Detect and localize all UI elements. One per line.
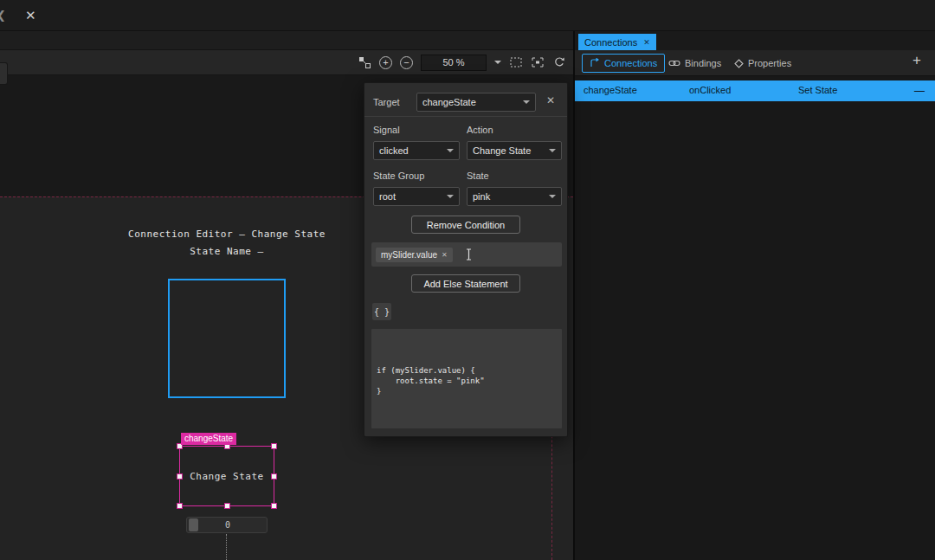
back-chevron-icon[interactable]: ❮ bbox=[0, 9, 6, 22]
tab-close-icon[interactable]: ✕ bbox=[643, 38, 650, 47]
selection-handle[interactable] bbox=[271, 473, 277, 480]
target-dropdown-value: changeState bbox=[422, 97, 476, 107]
signal-label: Signal bbox=[373, 125, 400, 135]
state-dropdown[interactable]: pink bbox=[467, 187, 562, 206]
zoom-in-icon[interactable]: + bbox=[379, 56, 392, 69]
reset-view-icon[interactable] bbox=[552, 55, 566, 69]
action-dropdown[interactable]: Change State bbox=[467, 141, 562, 160]
signal-dropdown-value: clicked bbox=[379, 145, 409, 156]
zoom-dropdown-chevron-icon[interactable] bbox=[494, 61, 501, 64]
code-line: } bbox=[377, 386, 562, 396]
action-dropdown-value: Change State bbox=[473, 145, 531, 156]
row-action-cell[interactable]: Set State bbox=[798, 85, 837, 95]
connection-row-selected[interactable]: changeState onClicked Set State — bbox=[575, 80, 935, 101]
connection-arrow-icon bbox=[590, 58, 600, 68]
slider-value: 0 bbox=[187, 520, 268, 530]
row-target-cell[interactable]: changeState bbox=[584, 85, 637, 95]
selection-label-tag: changeState bbox=[181, 433, 236, 445]
selection-handle[interactable] bbox=[177, 473, 183, 480]
canvas-heading-text: Connection Editor — Change State bbox=[97, 229, 357, 240]
panel-tab-strip: Connections ✕ bbox=[575, 31, 935, 50]
bindings-view-button[interactable]: Bindings bbox=[661, 54, 728, 73]
docked-panel-tab[interactable] bbox=[0, 62, 8, 85]
connection-editor-dialog: Target changeState ✕ Signal Action click… bbox=[364, 82, 568, 437]
tab-label: Connections bbox=[584, 37, 637, 48]
connections-button-label: Connections bbox=[604, 58, 657, 68]
link-icon bbox=[668, 59, 680, 68]
remove-condition-button[interactable]: Remove Condition bbox=[411, 216, 520, 234]
code-line: root.state = "pink" bbox=[377, 376, 562, 386]
anchor-connector-line bbox=[226, 534, 227, 560]
selection-handle[interactable] bbox=[271, 503, 277, 509]
condition-input-field[interactable]: mySlider.value ✕ bbox=[371, 242, 562, 267]
action-label: Action bbox=[467, 125, 493, 135]
fit-to-screen-icon[interactable] bbox=[509, 55, 523, 69]
selection-handle[interactable] bbox=[271, 443, 277, 449]
connections-panel: Connections ✕ Connections Bindings Prope… bbox=[573, 31, 935, 560]
condition-chip[interactable]: mySlider.value ✕ bbox=[376, 248, 453, 262]
selection-handle[interactable] bbox=[224, 503, 230, 509]
change-state-button-component[interactable]: Change State bbox=[179, 446, 274, 506]
dialog-close-icon[interactable]: ✕ bbox=[546, 94, 555, 106]
chevron-down-icon bbox=[549, 149, 556, 152]
dialog-divider bbox=[364, 116, 567, 117]
target-dropdown[interactable]: changeState bbox=[416, 93, 536, 112]
canvas-toolbar: + − 50 % bbox=[0, 49, 573, 75]
canvas-subheading-text: State Name — bbox=[97, 246, 357, 257]
chip-close-icon[interactable]: ✕ bbox=[442, 251, 448, 259]
state-label: State bbox=[467, 171, 489, 181]
slider-component[interactable]: 0 bbox=[186, 517, 268, 533]
chevron-down-icon bbox=[447, 195, 454, 198]
row-remove-icon[interactable]: — bbox=[914, 85, 925, 97]
chevron-down-icon bbox=[447, 149, 454, 152]
diamond-icon bbox=[734, 59, 744, 68]
top-bar: ❮ ✕ bbox=[0, 0, 935, 31]
state-preview-rectangle[interactable] bbox=[168, 279, 286, 398]
add-else-statement-button[interactable]: Add Else Statement bbox=[411, 274, 520, 293]
panel-toolbar: Connections Bindings Properties + bbox=[575, 50, 935, 76]
text-cursor-icon bbox=[465, 248, 473, 261]
code-line: if (mySlider.value) { bbox=[377, 365, 562, 376]
zoom-level-field[interactable]: 50 % bbox=[421, 55, 487, 71]
code-preview: if (mySlider.value) { root.state = "pink… bbox=[371, 329, 562, 428]
code-view-toggle-button[interactable]: { } bbox=[372, 303, 391, 320]
state-dropdown-value: pink bbox=[473, 191, 490, 202]
properties-button-label: Properties bbox=[748, 58, 791, 68]
chevron-down-icon bbox=[549, 195, 556, 198]
selection-handle[interactable] bbox=[177, 503, 183, 509]
signal-dropdown[interactable]: clicked bbox=[373, 141, 460, 160]
connections-view-button[interactable]: Connections bbox=[582, 54, 665, 73]
properties-view-button[interactable]: Properties bbox=[727, 54, 798, 73]
close-icon[interactable]: ✕ bbox=[25, 8, 36, 23]
target-label: Target bbox=[373, 97, 400, 107]
tab-connections[interactable]: Connections ✕ bbox=[578, 34, 656, 50]
zoom-out-icon[interactable]: − bbox=[400, 56, 413, 69]
transform-tool-icon[interactable] bbox=[358, 55, 371, 69]
chevron-down-icon bbox=[523, 100, 530, 104]
condition-chip-text: mySlider.value bbox=[381, 250, 437, 260]
row-signal-cell[interactable]: onClicked bbox=[689, 85, 731, 95]
state-group-dropdown-value: root bbox=[379, 191, 396, 202]
state-group-dropdown[interactable]: root bbox=[373, 187, 460, 206]
add-connection-icon[interactable]: + bbox=[912, 52, 921, 69]
bindings-button-label: Bindings bbox=[685, 58, 721, 68]
zoom-selection-icon[interactable] bbox=[531, 55, 545, 69]
component-button-text: Change State bbox=[190, 471, 263, 482]
state-group-label: State Group bbox=[373, 171, 424, 181]
